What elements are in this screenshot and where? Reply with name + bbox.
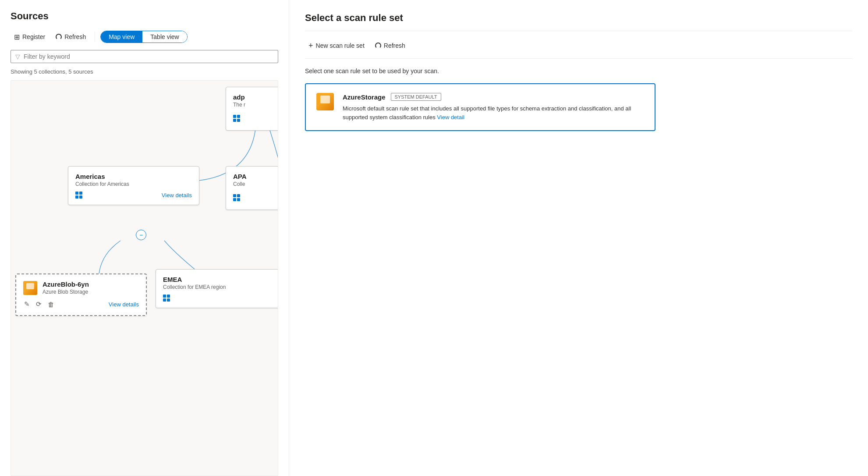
register-label: Register	[22, 33, 45, 40]
refresh-label-right: Refresh	[384, 42, 405, 49]
americas-view-details[interactable]: View details	[162, 192, 192, 199]
node-americas-subtitle: Collection for Americas	[75, 181, 192, 187]
grid-icon-adp	[233, 115, 240, 122]
grid-icon-americas	[75, 192, 82, 199]
node-apac: APA Colle	[226, 166, 278, 210]
node-apac-title: APA	[233, 173, 278, 180]
source-count: Showing 5 collections, 5 sources	[11, 68, 278, 75]
node-emea-footer	[163, 295, 275, 302]
node-adp-title: adp	[233, 93, 278, 101]
left-panel: Sources ⊞ Register Refresh Map view Tabl…	[0, 0, 289, 476]
scan-card-azure-icon	[316, 93, 334, 110]
node-emea: EMEA Collection for EMEA region	[156, 269, 278, 308]
node-azureblob: AzureBlob-6yn Azure Blob Storage ✎ ⟳ 🗑 V…	[15, 274, 147, 316]
filter-icon: ▽	[15, 53, 20, 60]
grid-icon-apac	[233, 194, 240, 201]
node-americas-footer: View details	[75, 192, 192, 199]
plus-icon: +	[308, 42, 313, 50]
scan-button[interactable]: ⟳	[35, 299, 43, 309]
delete-button[interactable]: 🗑	[47, 300, 55, 309]
scan-card-title: AzureStorage	[343, 93, 386, 101]
register-icon: ⊞	[14, 33, 20, 41]
new-scan-label: New scan rule set	[316, 42, 365, 49]
azure-blob-icon	[23, 281, 37, 295]
right-panel: Select a scan rule set + New scan rule s…	[289, 0, 868, 476]
right-toolbar: + New scan rule set Refresh	[305, 40, 852, 59]
node-azureblob-subtitle: Azure Blob Storage	[43, 289, 89, 295]
node-emea-subtitle: Collection for EMEA region	[163, 284, 275, 290]
grid-icon-emea	[163, 295, 170, 302]
scan-description: Select one scan rule set to be used by y…	[305, 67, 852, 75]
node-emea-title: EMEA	[163, 276, 275, 283]
scan-card-desc-text: Microsoft default scan rule set that inc…	[343, 105, 631, 121]
filter-bar: ▽	[11, 50, 278, 63]
scan-card-description: Microsoft default scan rule set that inc…	[343, 104, 644, 121]
node-azureblob-title: AzureBlob-6yn	[43, 281, 89, 288]
map-view-button[interactable]: Map view	[101, 31, 142, 43]
view-detail-link[interactable]: View detail	[437, 114, 464, 121]
refresh-button-right[interactable]: Refresh	[372, 40, 409, 51]
scan-card-header: AzureStorage SYSTEM DEFAULT	[343, 93, 644, 101]
table-view-button[interactable]: Table view	[142, 31, 187, 43]
refresh-icon-left	[56, 34, 62, 40]
minus-icon: −	[139, 231, 143, 238]
node-azureblob-footer: ✎ ⟳ 🗑 View details	[23, 299, 139, 309]
scan-card-content: AzureStorage SYSTEM DEFAULT Microsoft de…	[343, 93, 644, 121]
refresh-label-left: Refresh	[64, 33, 86, 40]
node-azureblob-header: AzureBlob-6yn Azure Blob Storage	[23, 281, 139, 295]
scan-rule-card[interactable]: AzureStorage SYSTEM DEFAULT Microsoft de…	[305, 83, 655, 131]
map-area: adp The r Americas Collection for Americ…	[11, 80, 278, 476]
view-detail-text: View detail	[437, 114, 464, 121]
node-adp-subtitle: The r	[233, 102, 278, 108]
node-adp: adp The r	[226, 87, 278, 131]
refresh-button-left[interactable]: Refresh	[52, 32, 89, 42]
page-title: Sources	[11, 11, 278, 22]
node-americas-title: Americas	[75, 173, 192, 180]
node-americas: Americas Collection for Americas View de…	[68, 166, 199, 205]
edit-button[interactable]: ✎	[23, 299, 31, 309]
toolbar-divider	[95, 32, 95, 42]
refresh-icon-right	[375, 43, 381, 49]
register-button[interactable]: ⊞ Register	[11, 31, 49, 43]
azureblob-view-details[interactable]: View details	[109, 301, 139, 308]
new-scan-rule-set-button[interactable]: + New scan rule set	[305, 40, 368, 51]
right-panel-title: Select a scan rule set	[305, 12, 852, 31]
collapse-button[interactable]: −	[136, 230, 146, 240]
node-apac-subtitle: Colle	[233, 181, 278, 187]
node-azureblob-actions: ✎ ⟳ 🗑	[23, 299, 55, 309]
system-default-badge: SYSTEM DEFAULT	[391, 93, 441, 101]
left-toolbar: ⊞ Register Refresh Map view Table view	[11, 31, 278, 43]
filter-input[interactable]	[24, 53, 273, 60]
view-toggle: Map view Table view	[100, 31, 188, 43]
